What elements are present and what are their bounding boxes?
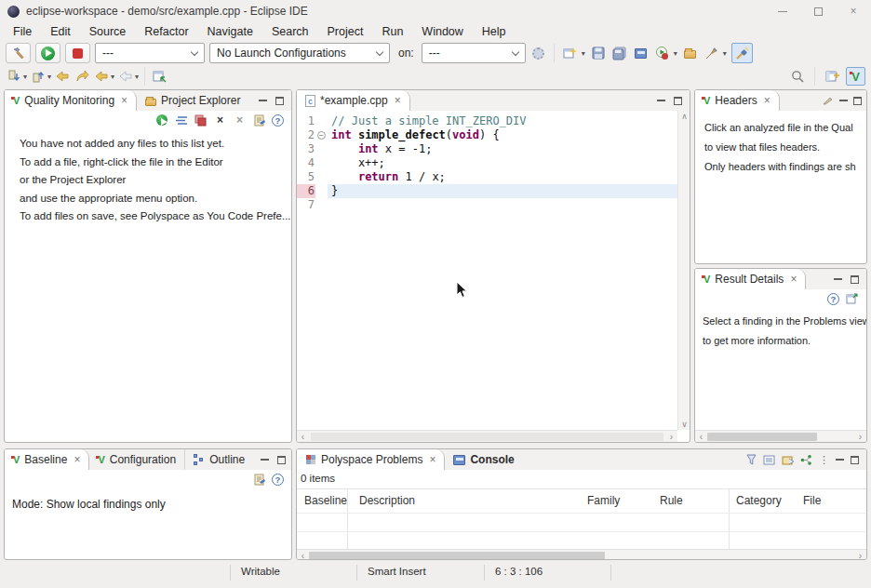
chevron-down-icon[interactable]: ▾ — [674, 49, 677, 58]
chevron-down-icon[interactable]: ▾ — [23, 73, 27, 81]
save-all-button[interactable] — [611, 45, 628, 61]
tab-baseline[interactable]: V Baseline × — [5, 449, 89, 470]
menu-file[interactable]: File — [4, 22, 41, 41]
scroll-up-icon[interactable]: ∧ — [678, 112, 690, 121]
column-header-rule[interactable]: Rule — [660, 494, 683, 507]
help-button[interactable]: ? — [272, 474, 284, 486]
scroll-left-icon[interactable]: ‹ — [297, 550, 309, 561]
script-button[interactable] — [252, 473, 266, 487]
maximize-panel-icon[interactable] — [851, 275, 859, 284]
tab-console[interactable]: Console — [445, 449, 522, 470]
back-button[interactable] — [54, 68, 71, 85]
chevron-down-icon[interactable]: ▾ — [582, 49, 585, 58]
tab-result-details[interactable]: V Result Details × — [695, 269, 806, 289]
tab-outline[interactable]: Outline — [184, 449, 253, 470]
menu-window[interactable]: Window — [412, 22, 472, 41]
scroll-right-icon[interactable]: › — [665, 431, 677, 443]
menu-refactor[interactable]: Refactor — [135, 22, 197, 41]
chevron-down-icon[interactable]: ▾ — [723, 49, 727, 58]
run-button[interactable] — [35, 43, 60, 63]
minimize-window-button[interactable] — [765, 0, 800, 22]
scrollbar-track[interactable] — [817, 433, 854, 441]
menu-project[interactable]: Project — [318, 22, 373, 41]
close-window-button[interactable]: × — [836, 0, 871, 22]
maximize-panel-icon[interactable] — [853, 97, 862, 105]
close-icon[interactable]: × — [74, 453, 80, 466]
maximize-window-button[interactable] — [800, 0, 836, 22]
code-editor[interactable]: 1// Just a simple INT_ZERO_DIV2−int simp… — [297, 111, 677, 430]
mark-occurrences-button[interactable] — [704, 45, 720, 61]
maximize-panel-icon[interactable] — [674, 97, 682, 105]
maximize-panel-icon[interactable] — [851, 456, 859, 464]
fold-collapse-icon[interactable]: − — [317, 131, 326, 140]
scrollbar-thumb[interactable] — [707, 433, 817, 441]
chevron-down-icon[interactable]: ▾ — [47, 73, 51, 81]
maximize-panel-icon[interactable] — [275, 97, 284, 105]
chevron-down-icon[interactable]: ▾ — [135, 73, 139, 81]
external-tools-button[interactable] — [654, 45, 671, 61]
gear-icon[interactable] — [532, 47, 544, 60]
open-console-button[interactable] — [633, 45, 650, 61]
close-icon[interactable]: × — [790, 273, 797, 286]
column-header-file[interactable]: File — [803, 494, 821, 507]
close-icon[interactable]: × — [429, 453, 436, 466]
filter-list-button[interactable] — [174, 114, 188, 127]
delete-button[interactable]: × — [213, 114, 227, 127]
view-menu-icon[interactable]: ⋮ — [819, 454, 829, 466]
menu-search[interactable]: Search — [262, 22, 318, 41]
minimize-panel-icon[interactable] — [839, 100, 848, 101]
chevron-down-icon[interactable]: ▾ — [111, 73, 114, 81]
next-annotation-button[interactable] — [6, 68, 22, 85]
back-history-button[interactable] — [93, 68, 110, 85]
polyspace-perspective-button[interactable]: V — [846, 67, 865, 86]
column-header-category[interactable]: Category — [736, 494, 782, 507]
scrollbar-thumb[interactable] — [309, 552, 605, 560]
column-header-baseline[interactable]: Baseline — [304, 494, 347, 507]
minimize-panel-icon[interactable] — [836, 459, 844, 461]
tab-configuration[interactable]: V Configuration — [89, 449, 184, 470]
minimize-panel-icon[interactable] — [259, 100, 267, 101]
scroll-left-icon[interactable]: ‹ — [297, 431, 309, 443]
run-analysis-button[interactable] — [154, 114, 168, 127]
column-header-description[interactable]: Description — [359, 494, 415, 507]
show-console-icon[interactable] — [763, 455, 775, 465]
result-details-horizontal-scrollbar[interactable]: ‹ › — [695, 430, 866, 442]
help-button[interactable]: ? — [272, 114, 284, 127]
minimize-panel-icon[interactable] — [834, 278, 842, 280]
scroll-right-icon[interactable]: › — [854, 431, 866, 443]
tab-headers[interactable]: V Headers × — [695, 90, 780, 111]
last-edit-location-button[interactable] — [151, 68, 168, 85]
stop-button[interactable] — [65, 43, 90, 63]
scroll-down-icon[interactable]: ∨ — [678, 420, 690, 429]
forward-history-button[interactable] — [117, 68, 134, 85]
maximize-panel-icon[interactable] — [277, 456, 286, 464]
launch-config-combo[interactable]: No Launch Configurations — [209, 43, 390, 63]
problems-horizontal-scrollbar[interactable]: ‹ › — [297, 549, 866, 560]
menu-source[interactable]: Source — [80, 22, 136, 41]
minimize-panel-icon[interactable] — [261, 459, 269, 461]
build-button[interactable] — [6, 43, 31, 63]
close-icon[interactable]: × — [764, 94, 770, 107]
link-with-editor-icon[interactable] — [823, 96, 834, 105]
editor-horizontal-scrollbar[interactable]: ‹ › — [297, 430, 677, 442]
export-icon[interactable] — [782, 455, 794, 465]
scroll-right-icon[interactable]: › — [854, 550, 866, 561]
menu-run[interactable]: Run — [372, 22, 412, 41]
search-button[interactable] — [789, 68, 806, 85]
forward-curved-button[interactable] — [74, 68, 90, 85]
save-button[interactable] — [590, 45, 607, 61]
tab-example-cpp[interactable]: c *example.cpp × — [297, 90, 410, 111]
format-brush-button[interactable] — [731, 43, 753, 63]
previous-annotation-button[interactable] — [30, 68, 47, 85]
tab-quality-monitoring[interactable]: V Quality Monitoring × — [5, 90, 137, 111]
tab-project-explorer[interactable]: Project Explorer — [137, 90, 248, 111]
script-button[interactable] — [252, 114, 266, 127]
column-header-family[interactable]: Family — [587, 494, 620, 507]
open-perspective-button[interactable] — [824, 68, 840, 85]
scrollbar-thumb[interactable] — [311, 433, 663, 441]
scrollbar-track[interactable] — [605, 552, 854, 560]
scroll-left-icon[interactable]: ‹ — [695, 431, 707, 443]
close-icon[interactable]: × — [121, 94, 127, 107]
open-file-button[interactable] — [682, 45, 699, 61]
remove-file-button[interactable] — [194, 114, 208, 127]
